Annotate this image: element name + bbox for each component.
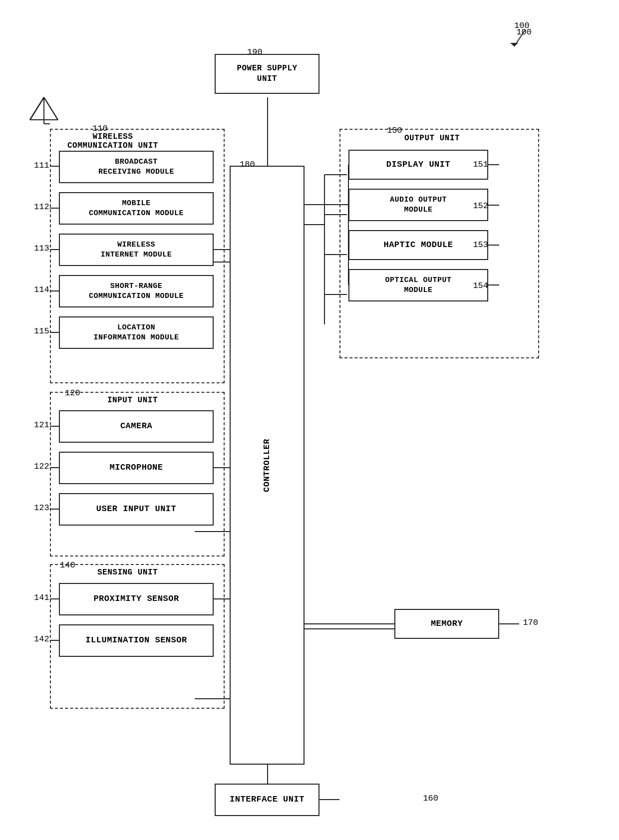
ref-150: 150 [387, 126, 402, 135]
ref-113: 113 [34, 244, 49, 253]
ref-100: 100 [516, 27, 532, 37]
svg-line-1 [30, 97, 44, 120]
haptic-module: HAPTIC MODULE [348, 230, 488, 260]
proximity-sensor-module: PROXIMITY SENSOR [59, 583, 214, 615]
mobile-communication-module: MOBILECOMMUNICATION MODULE [59, 192, 214, 225]
microphone-module: MICROPHONE [59, 452, 214, 484]
ref-120: 120 [65, 388, 80, 398]
output-unit-label: OUTPUT UNIT [404, 134, 460, 143]
ref-160: 160 [423, 794, 438, 803]
ref-142: 142 [34, 634, 49, 644]
optical-output-module: OPTICAL OUTPUTMODULE [348, 269, 488, 301]
memory-box: MEMORY [394, 609, 499, 639]
ref-153: 153 [473, 240, 488, 250]
illumination-sensor-module: ILLUMINATION SENSOR [59, 624, 214, 657]
ref-140: 140 [60, 560, 75, 570]
svg-line-43 [44, 97, 58, 120]
camera-module: CAMERA [59, 410, 214, 443]
ref-111: 111 [34, 161, 49, 170]
broadcast-receiving-module: BROADCASTRECEIVING MODULE [59, 151, 214, 183]
controller-box: CONTROLLER [230, 166, 305, 765]
user-input-unit-module: USER INPUT UNIT [59, 493, 214, 526]
audio-output-module: AUDIO OUTPUTMODULE [348, 189, 488, 221]
input-unit-label: INPUT UNIT [107, 396, 158, 405]
ref-190: 190 [247, 47, 263, 57]
wireless-unit-label: WIRELESSCOMMUNICATION UNIT [67, 132, 158, 150]
interface-unit-box: INTERFACE UNIT [215, 784, 319, 816]
location-information-module: LOCATIONINFORMATION MODULE [59, 316, 214, 349]
ref-115: 115 [34, 326, 49, 336]
power-supply-box: POWER SUPPLY UNIT [215, 54, 319, 94]
wireless-internet-module: WIRELESSINTERNET MODULE [59, 234, 214, 266]
svg-line-44 [30, 97, 44, 120]
ref-114: 114 [34, 285, 49, 294]
short-range-communication-module: SHORT-RANGECOMMUNICATION MODULE [59, 275, 214, 307]
ref-180: 180 [240, 160, 255, 169]
ref-121: 121 [34, 420, 49, 430]
svg-line-42 [30, 97, 44, 120]
ref-170: 170 [523, 618, 538, 627]
svg-line-2 [44, 97, 58, 120]
ref-152: 152 [473, 201, 488, 211]
svg-line-4 [30, 97, 44, 120]
ref-123: 123 [34, 503, 49, 513]
ref-112: 112 [34, 202, 49, 212]
svg-marker-48 [510, 43, 518, 46]
display-unit-module: DISPLAY UNIT [348, 150, 488, 180]
ref-141: 141 [34, 593, 49, 602]
ref-110: 110 [92, 124, 108, 133]
sensing-unit-label: SENSING UNIT [97, 568, 158, 577]
ref-151: 151 [473, 160, 488, 169]
ref-154: 154 [473, 281, 488, 290]
ref-122: 122 [34, 462, 49, 471]
